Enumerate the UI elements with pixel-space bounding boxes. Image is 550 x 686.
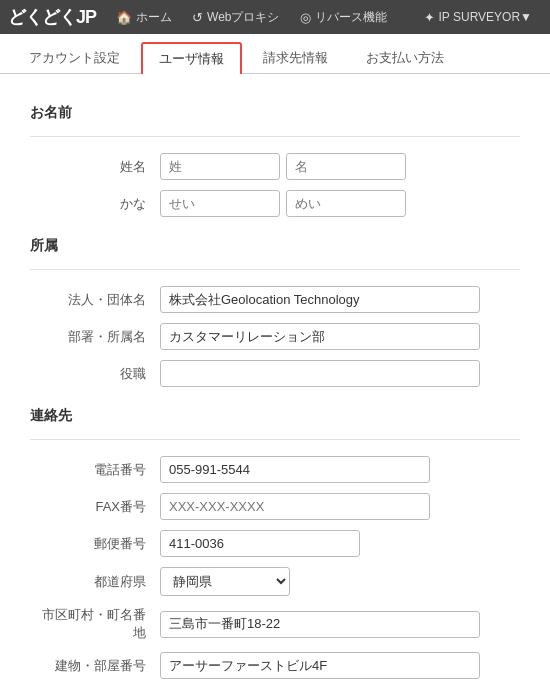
contact-section: 連絡先 電話番号 FAX番号 郵便番号 都道府県 静岡県 北海道 青森県 岩手県… (30, 407, 520, 679)
department-label: 部署・所属名 (30, 328, 160, 346)
contact-divider (30, 439, 520, 440)
nav-home[interactable]: 🏠 ホーム (106, 0, 182, 34)
kana-label: かな (30, 195, 160, 213)
main-content: お名前 姓名 かな 所属 法人・団体名 部署・所属名 役職 (0, 74, 550, 686)
address-row: 市区町村・町名番地 (30, 606, 520, 642)
position-row: 役職 (30, 360, 520, 387)
nav-reverse[interactable]: ◎ リバース機能 (290, 0, 397, 34)
fax-label: FAX番号 (30, 498, 160, 516)
affiliation-divider (30, 269, 520, 270)
department-input[interactable] (160, 323, 480, 350)
building-input[interactable] (160, 652, 480, 679)
reverse-icon: ◎ (300, 10, 311, 25)
address-label: 市区町村・町名番地 (30, 606, 160, 642)
surveyor-icon: ✦ (424, 10, 435, 25)
postal-row: 郵便番号 (30, 530, 520, 557)
site-logo[interactable]: どくどくJP (8, 8, 96, 26)
last-name-input[interactable] (160, 153, 280, 180)
tab-account[interactable]: アカウント設定 (12, 42, 137, 73)
phone-label: 電話番号 (30, 461, 160, 479)
fax-input[interactable] (160, 493, 430, 520)
nav-proxy[interactable]: ↺ Webプロキシ (182, 0, 289, 34)
contact-section-title: 連絡先 (30, 407, 520, 425)
kana-first-input[interactable] (286, 190, 406, 217)
last-name-label: 姓名 (30, 158, 160, 176)
position-label: 役職 (30, 365, 160, 383)
refresh-icon: ↺ (192, 10, 203, 25)
affiliation-section-title: 所属 (30, 237, 520, 255)
navbar: どくどくJP 🏠 ホーム ↺ Webプロキシ ◎ リバース機能 ✦ IP SUR… (0, 0, 550, 34)
kana-row: かな (30, 190, 520, 217)
tab-user-info[interactable]: ユーザ情報 (141, 42, 242, 74)
company-input[interactable] (160, 286, 480, 313)
postal-label: 郵便番号 (30, 535, 160, 553)
affiliation-section: 所属 法人・団体名 部署・所属名 役職 (30, 237, 520, 387)
address-input[interactable] (160, 611, 480, 638)
prefecture-label: 都道府県 (30, 573, 160, 591)
company-label: 法人・団体名 (30, 291, 160, 309)
fax-row: FAX番号 (30, 493, 520, 520)
company-row: 法人・団体名 (30, 286, 520, 313)
phone-row: 電話番号 (30, 456, 520, 483)
name-row: 姓名 (30, 153, 520, 180)
department-row: 部署・所属名 (30, 323, 520, 350)
tab-billing[interactable]: 請求先情報 (246, 42, 345, 73)
phone-input[interactable] (160, 456, 430, 483)
position-input[interactable] (160, 360, 480, 387)
home-icon: 🏠 (116, 10, 132, 25)
building-label: 建物・部屋番号 (30, 657, 160, 675)
nav-surveyor[interactable]: ✦ IP SURVEYOR▼ (414, 0, 542, 34)
name-section-title: お名前 (30, 104, 520, 122)
kana-last-input[interactable] (160, 190, 280, 217)
prefecture-row: 都道府県 静岡県 北海道 青森県 岩手県 宮城県 東京都 大阪府 愛知県 福岡県 (30, 567, 520, 596)
prefecture-select[interactable]: 静岡県 北海道 青森県 岩手県 宮城県 東京都 大阪府 愛知県 福岡県 (160, 567, 290, 596)
postal-input[interactable] (160, 530, 360, 557)
first-name-input[interactable] (286, 153, 406, 180)
name-section: お名前 姓名 かな (30, 104, 520, 217)
tabs-bar: アカウント設定 ユーザ情報 請求先情報 お支払い方法 (0, 34, 550, 74)
building-row: 建物・部屋番号 (30, 652, 520, 679)
tab-payment[interactable]: お支払い方法 (349, 42, 461, 73)
name-divider (30, 136, 520, 137)
